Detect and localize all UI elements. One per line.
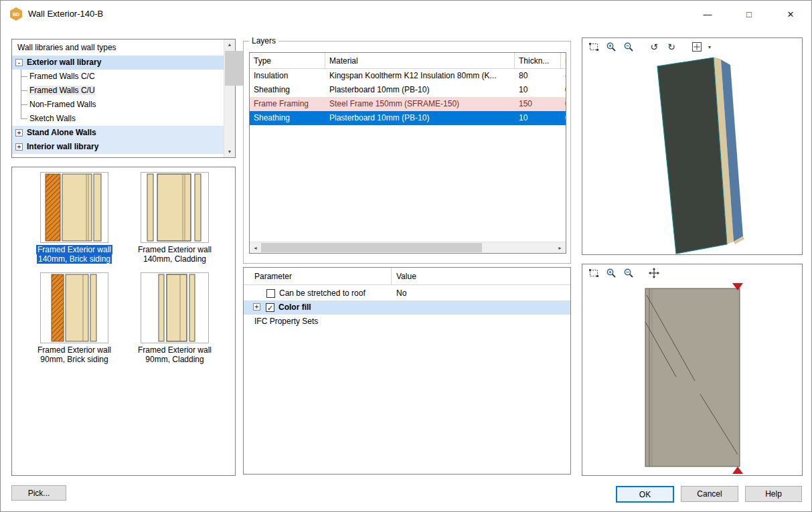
param-row-stretch-to-roof[interactable]: Can be stretched to roof No (244, 286, 570, 301)
layer-thickness: 10 (515, 83, 561, 97)
param-label: Color fill (278, 301, 311, 315)
tree-item-exterior-wall-library[interactable]: -Exterior wall library (12, 56, 224, 70)
scroll-right-icon[interactable]: ► (554, 242, 566, 254)
caption-line: 140mm, Brick siding (37, 254, 112, 264)
cancel-button[interactable]: Cancel (681, 486, 738, 502)
ok-button[interactable]: OK (616, 486, 674, 503)
layer-extra: 0 (561, 111, 566, 125)
wall-library-tree: Wall libraries and wall types -Exterior … (12, 39, 224, 157)
layer-material: Plasterboard 10mm (PB-10) (325, 111, 515, 125)
layer-material: Steel Frame 150mm (SFRAME-150) (325, 97, 515, 111)
wall-type-caption: Framed Exterior wall 90mm, Cladding (125, 345, 225, 364)
wall-section-image (141, 272, 209, 343)
caption-line: 90mm, Brick siding (39, 355, 109, 364)
tree-item-non-framed-walls[interactable]: Non-Framed Walls (12, 98, 224, 112)
tree-scrollbar[interactable]: ▲ ▼ (224, 39, 235, 157)
expand-icon[interactable]: + (15, 143, 23, 151)
caption-line: 90mm, Cladding (144, 355, 205, 364)
bottom-extent-marker[interactable] (732, 466, 743, 474)
caption-line: 140mm, Cladding (142, 254, 208, 264)
tree-item-framed-walls-cu[interactable]: Framed Walls C/U (12, 84, 224, 98)
help-button[interactable]: Help (745, 486, 802, 502)
tree-item-interior-wall-library[interactable]: +Interior wall library (12, 140, 224, 154)
pan-mode-button[interactable] (688, 39, 706, 54)
wall-section-brick-90-image (41, 273, 108, 343)
maximize-button[interactable]: □ (728, 1, 770, 27)
preview-3d-canvas[interactable] (582, 56, 802, 254)
title-bar[interactable]: BD Wall Exterior-140-B — □ ✕ (1, 1, 811, 27)
layers-group-label: Layers (249, 36, 278, 46)
parameters-header: Parameter Value (244, 268, 570, 285)
close-button[interactable]: ✕ (770, 1, 811, 27)
zoom-in-icon (606, 268, 617, 278)
zoom-out-button[interactable] (620, 266, 637, 280)
wall-section-image (40, 272, 108, 343)
layers-horizontal-scrollbar[interactable]: ◄ ► (250, 242, 566, 253)
wall-type-dialog: BD Wall Exterior-140-B — □ ✕ Wall librar… (0, 0, 812, 512)
check-mark-icon: ✓ (267, 301, 273, 315)
wall-section-image (141, 172, 209, 243)
checkbox-unchecked-icon[interactable] (266, 289, 275, 298)
tree-item-label: Non-Framed Walls (29, 100, 96, 109)
column-header-parameter[interactable]: Parameter (254, 268, 292, 285)
param-row-color-fill[interactable]: + ✓ Color fill (244, 301, 570, 315)
rotate-left-button[interactable]: ↺ (645, 39, 663, 54)
preview-2d-panel (582, 264, 803, 476)
zoom-window-icon (588, 268, 599, 278)
rotate-right-button[interactable]: ↻ (663, 39, 680, 54)
param-label: IFC Property Sets (254, 315, 318, 329)
column-header-type[interactable]: Type (250, 53, 325, 69)
zoom-in-button[interactable] (602, 39, 620, 54)
move-button[interactable] (645, 266, 663, 280)
layer-thickness: 80 (515, 69, 561, 83)
move-icon (649, 268, 659, 278)
tree-item-framed-walls-cc[interactable]: Framed Walls C/C (12, 70, 224, 84)
zoom-out-button[interactable] (620, 39, 637, 54)
expand-icon[interactable]: + (15, 129, 23, 137)
expand-icon[interactable]: + (253, 303, 260, 311)
layer-extra: - (561, 69, 566, 83)
minimize-button[interactable]: — (687, 1, 728, 27)
column-header-material[interactable]: Material (325, 53, 515, 69)
app-icon: BD (9, 7, 23, 21)
wall-type-thumbnail-90-cladding[interactable]: Framed Exterior wall 90mm, Cladding (125, 272, 225, 364)
wall-type-thumbnail-140-cladding[interactable]: Framed Exterior wall 140mm, Cladding (125, 172, 225, 264)
layer-type: Insulation (250, 69, 325, 83)
tree-item-sketch-walls[interactable]: Sketch Walls (12, 112, 224, 126)
scroll-up-icon[interactable]: ▲ (224, 39, 235, 50)
tree-item-stand-alone-walls[interactable]: +Stand Alone Walls (12, 126, 224, 140)
checkbox-checked-icon[interactable]: ✓ (266, 303, 274, 312)
zoom-window-button[interactable] (585, 266, 602, 280)
wall-section-brick-140-image (41, 173, 108, 242)
layer-row-frame-framing[interactable]: Frame Framing Steel Frame 150mm (SFRAME-… (250, 97, 566, 111)
layer-row-sheathing-1[interactable]: Sheathing Plasterboard 10mm (PB-10) 10 0 (250, 83, 566, 97)
zoom-window-button[interactable] (585, 39, 602, 54)
scroll-down-icon[interactable]: ▼ (224, 147, 235, 157)
layer-type: Frame Framing (250, 97, 325, 111)
column-header-clipped[interactable]: I (561, 53, 566, 69)
column-divider[interactable] (391, 268, 392, 285)
preview-3d-toolbar: ↺ ↻ ▾ (582, 38, 802, 56)
param-row-ifc-property-sets[interactable]: IFC Property Sets (244, 315, 570, 329)
layer-row-sheathing-2-selected[interactable]: Sheathing Plasterboard 10mm (PB-10) 10 0 (250, 111, 566, 125)
wall-2d-image (582, 282, 802, 475)
column-header-thickness[interactable]: Thickn... (515, 53, 561, 69)
zoom-in-button[interactable] (602, 266, 620, 280)
param-label: Can be stretched to roof (279, 286, 366, 301)
preview-3d-panel: ↺ ↻ ▾ (582, 37, 803, 255)
tree-item-label: Sketch Walls (29, 114, 76, 123)
preview-2d-canvas[interactable] (582, 282, 802, 475)
scrollbar-thumb[interactable] (261, 243, 482, 252)
wall-type-thumbnail-140-brick[interactable]: Framed Exterior wall 140mm, Brick siding (24, 172, 125, 264)
column-header-value[interactable]: Value (396, 268, 416, 285)
pan-mode-dropdown[interactable]: ▾ (706, 39, 714, 54)
caption-line: Framed Exterior wall (36, 345, 112, 355)
collapse-icon[interactable]: - (15, 59, 23, 66)
layer-row-insulation[interactable]: Insulation Kingspan Kooltherm K12 Insula… (250, 69, 566, 83)
wall-section-image (40, 172, 108, 243)
scroll-left-icon[interactable]: ◄ (250, 242, 261, 254)
window-controls: — □ ✕ (687, 1, 811, 27)
wall-type-thumbnail-90-brick[interactable]: Framed Exterior wall 90mm, Brick siding (24, 272, 125, 364)
parameters-table: Parameter Value Can be stretched to roof… (243, 267, 571, 475)
pick-button[interactable]: Pick... (11, 485, 66, 501)
